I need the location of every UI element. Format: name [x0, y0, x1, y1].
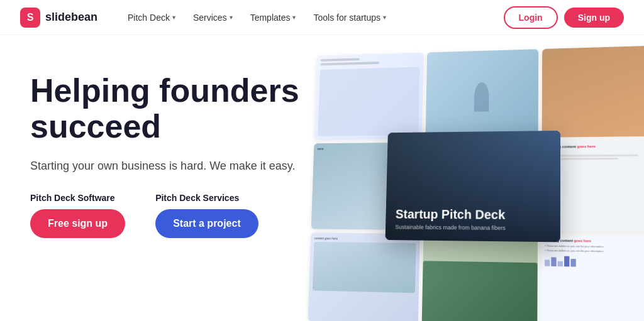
nav-item-templates[interactable]: Templates ▾ [243, 8, 304, 28]
hero-title: Helping founders succeed [30, 73, 307, 144]
slide-thumb [314, 53, 423, 140]
free-signup-button[interactable]: Free sign up [30, 209, 125, 238]
cta-label-right: Pitch Deck Services [155, 193, 258, 203]
chevron-down-icon: ▾ [383, 14, 386, 21]
logo[interactable]: S slidebean [20, 8, 97, 28]
slide-thumb-chart: Heading content goes here • These are bu… [541, 236, 644, 321]
slide-thumb [542, 45, 644, 137]
slides-container: nere Heading content goes here 🦅 [302, 39, 644, 321]
navbar: S slidebean Pitch Deck ▾ Services ▾ Temp… [0, 0, 644, 35]
cta-group-left: Pitch Deck Software Free sign up [30, 193, 125, 238]
slide-thumb: content goes here [308, 233, 420, 321]
chevron-down-icon: ▾ [172, 14, 175, 21]
left-panel: Helping founders succeed Starting your o… [30, 60, 307, 238]
cta-section: Pitch Deck Software Free sign up Pitch D… [30, 193, 307, 238]
signup-nav-button[interactable]: Sign up [564, 8, 624, 28]
cta-label-left: Pitch Deck Software [30, 193, 125, 203]
main-content: Helping founders succeed Starting your o… [0, 35, 644, 321]
cta-group-right: Pitch Deck Services Start a project [155, 193, 258, 238]
hero-subtitle: Starting your own business is hard. We m… [30, 160, 307, 173]
start-project-button[interactable]: Start a project [155, 209, 258, 238]
nav-item-pitch-deck[interactable]: Pitch Deck ▾ [120, 8, 183, 28]
chevron-down-icon: ▾ [230, 14, 233, 21]
nav-actions: Login Sign up [504, 6, 624, 29]
slides-grid: nere Heading content goes here 🦅 [302, 39, 644, 321]
login-button[interactable]: Login [504, 6, 558, 29]
logo-text: slidebean [45, 11, 97, 24]
slide-thumb [421, 234, 538, 321]
slide-thumb: nere [311, 142, 422, 230]
nav-item-services[interactable]: Services ▾ [186, 8, 240, 28]
nav-links: Pitch Deck ▾ Services ▾ Templates ▾ Tool… [120, 8, 504, 28]
logo-icon: S [20, 8, 40, 28]
nav-item-tools[interactable]: Tools for startups ▾ [306, 8, 394, 28]
slide-thumb [425, 49, 538, 138]
chevron-down-icon: ▾ [292, 14, 296, 21]
slide-preview-panel: nere Heading content goes here 🦅 [298, 41, 644, 321]
